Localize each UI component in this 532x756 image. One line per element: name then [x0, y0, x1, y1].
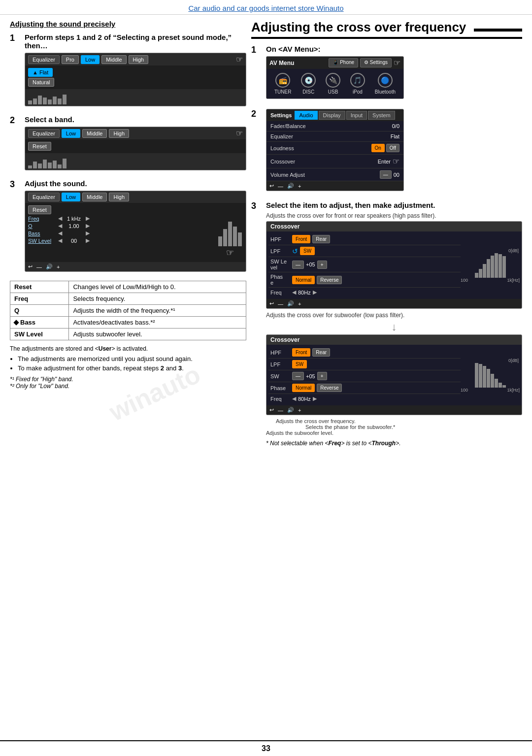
- bullet-list: The adjustments are memorized until you …: [18, 355, 246, 372]
- av-title: AV Menu: [269, 60, 294, 66]
- eq-flat-btn[interactable]: ▲ Flat: [28, 68, 53, 77]
- q-right-arrow[interactable]: ▶: [86, 223, 90, 229]
- cv2-sw-minus-btn[interactable]: —: [292, 372, 304, 380]
- q-val: 1.00: [65, 223, 83, 229]
- cv2-normal-btn[interactable]: Normal: [292, 384, 315, 392]
- cv1-normal-btn[interactable]: Normal: [292, 276, 315, 284]
- step-3-num: 3: [10, 179, 21, 190]
- eq2-reset-btn[interactable]: Reset: [28, 142, 51, 151]
- eq-natural-btn[interactable]: Natural: [28, 78, 54, 87]
- crossover-ui-1: Crossover HPF Front Rear LPF ↺ SW: [266, 221, 522, 309]
- cv1-minus-btn[interactable]: —: [276, 301, 285, 307]
- eq-btn-middle[interactable]: Middle: [101, 55, 126, 64]
- av-settings-btn[interactable]: ⚙ Settings: [360, 58, 392, 67]
- eq-bar: [28, 165, 32, 168]
- cv1-sw-minus-btn[interactable]: —: [292, 261, 304, 269]
- eq3-plus-btn[interactable]: +: [55, 264, 62, 270]
- vol-minus-btn[interactable]: —: [380, 170, 392, 179]
- cv1-header: Crossover: [266, 222, 522, 231]
- cv2-vol-btn[interactable]: 🔊: [287, 407, 294, 413]
- eq3-minus-btn[interactable]: —: [34, 264, 44, 270]
- cv-bar: [491, 374, 494, 388]
- cv1-sw-btn[interactable]: SW: [300, 247, 315, 255]
- bass-left-arrow[interactable]: ◀: [58, 230, 62, 236]
- q-left-arrow[interactable]: ◀: [58, 223, 62, 229]
- eq-bar: [218, 236, 222, 246]
- eq-body-1: ▲ Flat Natural: [25, 66, 246, 89]
- loudness-on-btn[interactable]: On: [371, 144, 385, 152]
- cv2-front-btn[interactable]: Front: [292, 348, 310, 357]
- header-link[interactable]: Car audio and car goods internet store W…: [188, 4, 343, 12]
- sw-right-arrow[interactable]: ▶: [86, 237, 90, 244]
- eq2-btn-low[interactable]: Low: [62, 129, 80, 138]
- tab-input[interactable]: Input: [346, 111, 367, 120]
- eq-row-natural: Natural: [28, 77, 243, 87]
- cv2-sw-plus-btn[interactable]: +: [317, 372, 327, 380]
- cv1-plus-btn[interactable]: +: [296, 301, 303, 307]
- cv1-vol-btn[interactable]: 🔊: [287, 300, 294, 307]
- hand-icon-1: ☞: [236, 55, 243, 64]
- eq-btn-pro[interactable]: Pro: [62, 55, 79, 64]
- settings-minus-btn[interactable]: —: [276, 183, 285, 189]
- cv1-left: HPF Front Rear LPF ↺ SW SW Level: [268, 233, 461, 297]
- eq3-btn-low[interactable]: Low: [62, 193, 80, 201]
- tab-system[interactable]: System: [368, 111, 395, 120]
- annotation-level: Adjusts the subwoofer level.: [266, 430, 522, 436]
- volume-label: Volume Adjust: [270, 172, 305, 178]
- list-item: To make adjustment for other bands, repe…: [18, 364, 246, 372]
- param-val-freq: Selects frequency.: [69, 293, 246, 305]
- right-step-1-label: On <AV Menu>:: [266, 45, 522, 53]
- cv2-freq-left[interactable]: ◀: [292, 395, 296, 402]
- cv1-back-btn[interactable]: ↩: [269, 300, 274, 307]
- cv1-reverse-btn[interactable]: Reverse: [317, 276, 342, 284]
- loudness-off-btn[interactable]: Off: [386, 144, 399, 152]
- eq-btn-high[interactable]: High: [129, 55, 149, 64]
- cv2-rear-btn[interactable]: Rear: [312, 348, 330, 357]
- eq3-btn-high[interactable]: High: [109, 193, 129, 201]
- eq2-btn-high[interactable]: High: [109, 129, 129, 138]
- bass-right-arrow[interactable]: ▶: [86, 230, 90, 236]
- cv2-back-btn[interactable]: ↩: [269, 407, 274, 413]
- eq-footer-3: ↩ — 🔊 +: [25, 262, 246, 271]
- step-3-content: Adjust the sound. Equalizer Low Middle H…: [25, 179, 246, 274]
- sw-left-arrow[interactable]: ◀: [58, 237, 62, 244]
- settings-row-fader: Fader/Balance 0/0: [266, 121, 403, 131]
- cv1-freq-left[interactable]: ◀: [292, 289, 296, 296]
- av-icon-tuner[interactable]: 📻 TUNER: [274, 73, 291, 95]
- eq-bar: [228, 222, 232, 246]
- right-section-title: Adjusting the cross over frequency: [251, 20, 522, 39]
- eq3-vol-btn[interactable]: 🔊: [46, 263, 53, 270]
- tab-audio[interactable]: Audio: [295, 111, 317, 120]
- av-icon-ipod[interactable]: 🎵 iPod: [350, 73, 365, 95]
- av-icon-usb[interactable]: 🔌 USB: [326, 73, 340, 95]
- settings-back-btn[interactable]: ↩: [269, 183, 274, 189]
- footnote-1: *¹ Fixed for "High" band.: [10, 376, 246, 383]
- left-column: Adjusting the sound precisely 1 Perform …: [10, 20, 246, 454]
- tab-display[interactable]: Display: [319, 111, 345, 120]
- eq-header-2: Equalizer Low Middle High ☞: [25, 127, 246, 139]
- settings-vol-btn[interactable]: 🔊: [287, 183, 294, 189]
- eq2-btn-middle[interactable]: Middle: [82, 129, 107, 138]
- eq3-reset-btn[interactable]: Reset: [28, 205, 51, 214]
- freq-right-arrow[interactable]: ▶: [86, 215, 90, 222]
- settings-footer: ↩ — 🔊 +: [266, 181, 403, 191]
- cv2-plus-btn[interactable]: +: [296, 407, 303, 413]
- eq3-btn-middle[interactable]: Middle: [82, 193, 107, 201]
- cv1-rear-btn[interactable]: Rear: [312, 235, 330, 243]
- cv2-minus-btn[interactable]: —: [276, 407, 285, 413]
- cv2-reverse-btn[interactable]: Reverse: [317, 384, 342, 392]
- cv2-sw-btn[interactable]: SW: [292, 360, 307, 368]
- av-icon-disc[interactable]: 💿 DISC: [301, 73, 316, 95]
- notes-text: The adjustments are stored and <User> is…: [10, 345, 246, 352]
- freq-left-arrow[interactable]: ◀: [58, 215, 62, 222]
- eq3-freq-row: Freq ◀ 1 kHz ▶: [28, 215, 214, 222]
- cv2-freq-right[interactable]: ▶: [313, 395, 317, 402]
- eq3-back-btn[interactable]: ↩: [28, 263, 33, 270]
- av-icon-bt[interactable]: 🔵 Bluetooth: [375, 73, 396, 95]
- cv1-freq-right[interactable]: ▶: [313, 289, 317, 296]
- cv1-front-btn[interactable]: Front: [292, 235, 310, 243]
- settings-plus-btn[interactable]: +: [296, 183, 303, 189]
- eq-btn-low[interactable]: Low: [81, 55, 100, 64]
- cv1-sw-plus-btn[interactable]: +: [317, 261, 327, 269]
- av-phone-btn[interactable]: 📱 Phone: [329, 58, 358, 67]
